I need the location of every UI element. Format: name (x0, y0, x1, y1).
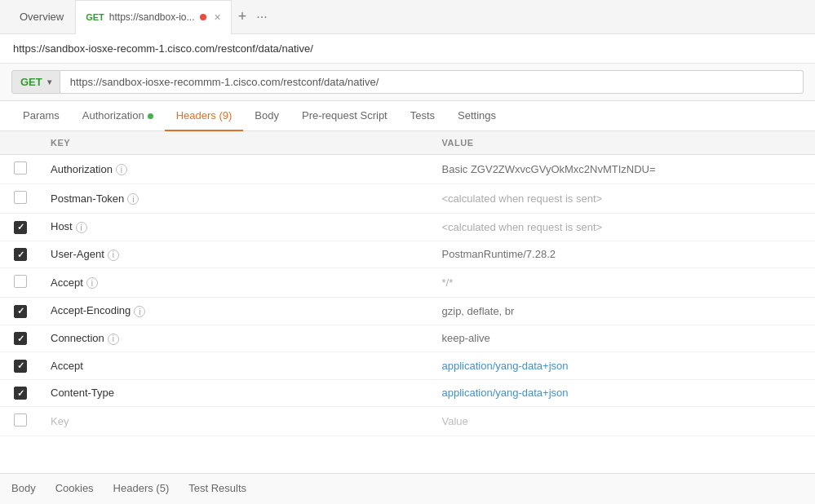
table-row: Hosti<calculated when request is sent> (0, 214, 815, 241)
row-key: Hosti (41, 214, 432, 241)
tab-overview[interactable]: Overview (8, 0, 75, 34)
row-key: Postman-Tokeni (41, 184, 432, 214)
tab-body[interactable]: Body (243, 101, 290, 131)
row-checkbox[interactable] (14, 248, 27, 261)
tab-authorization[interactable]: Authorization (71, 101, 165, 131)
request-url-display: https://sandbox-iosxe-recomm-1.cisco.com… (0, 34, 815, 64)
row-key: User-Agenti (41, 241, 432, 268)
info-icon[interactable]: i (127, 193, 139, 205)
tab-settings[interactable]: Settings (446, 101, 507, 131)
row-value: Basic ZGV2ZWxvcGVyOkMxc2NvMTIzNDU= (432, 155, 815, 184)
row-key: Accept-Encodingi (41, 298, 432, 325)
row-checkbox-cell (0, 214, 41, 241)
table-row: User-AgentiPostmanRuntime/7.28.2 (0, 241, 815, 268)
row-checkbox-cell (0, 379, 41, 407)
row-key: Content-Type (41, 379, 432, 407)
row-checkbox[interactable] (14, 221, 27, 234)
row-value: PostmanRuntime/7.28.2 (432, 241, 815, 268)
table-row: Accepti*/* (0, 268, 815, 298)
row-checkbox-cell (0, 298, 41, 325)
table-row: Accept-Encodingigzip, deflate, br (0, 298, 815, 325)
row-checkbox-cell (0, 155, 41, 184)
col-value-header: VALUE (432, 131, 815, 155)
nav-tabs: Params Authorization Headers (9) Body Pr… (0, 101, 815, 131)
row-checkbox[interactable] (14, 275, 27, 288)
row-value: <calculated when request is sent> (432, 184, 815, 214)
url-input[interactable] (60, 70, 804, 94)
table-header: KEY VALUE (0, 131, 815, 155)
table-row: AuthorizationiBasic ZGV2ZWxvcGVyOkMxc2Nv… (0, 155, 815, 184)
bottom-tab-cookies[interactable]: Cookies (46, 479, 104, 499)
row-key: Accept (41, 352, 432, 380)
info-icon[interactable]: i (108, 334, 119, 345)
row-checkbox[interactable] (14, 387, 27, 400)
row-checkbox-cell (0, 241, 41, 268)
row-value: application/yang-data+json (432, 352, 815, 380)
table-row: Content-Typeapplication/yang-data+json (0, 379, 815, 407)
placeholder-value[interactable]: Value (432, 407, 815, 436)
tab-url-text: https://sandbox-io... (109, 11, 195, 23)
row-value: gzip, deflate, br (432, 298, 815, 325)
placeholder-checkbox[interactable] (14, 413, 27, 427)
row-checkbox-cell (0, 268, 41, 298)
row-key: Connectioni (41, 325, 432, 352)
placeholder-key[interactable]: Key (41, 407, 432, 436)
tab-request[interactable]: GET https://sandbox-io... × (75, 0, 232, 34)
bottom-tab-headers[interactable]: Headers (5) (104, 479, 179, 499)
headers-table-container: KEY VALUE AuthorizationiBasic ZGV2ZWxvcG… (0, 131, 815, 436)
method-chevron-icon: ▾ (47, 77, 51, 86)
row-checkbox-cell (0, 352, 41, 380)
auth-active-dot (148, 113, 153, 119)
placeholder-checkbox-cell (0, 407, 41, 436)
headers-table: KEY VALUE AuthorizationiBasic ZGV2ZWxvcG… (0, 131, 815, 436)
row-checkbox-cell (0, 325, 41, 352)
row-key: Authorizationi (41, 155, 432, 184)
row-value: <calculated when request is sent> (432, 214, 815, 241)
tab-pre-request[interactable]: Pre-request Script (290, 101, 399, 131)
info-icon[interactable]: i (108, 250, 119, 261)
tab-close-button[interactable]: × (215, 11, 221, 24)
request-bar: GET ▾ (0, 64, 815, 101)
placeholder-row: KeyValue (0, 407, 815, 436)
bottom-bar: Body Cookies Headers (5) Test Results (0, 473, 815, 504)
more-tabs-button[interactable]: ··· (253, 10, 270, 24)
row-checkbox-cell (0, 184, 41, 214)
row-value: application/yang-data+json (432, 379, 815, 407)
table-row: Postman-Tokeni<calculated when request i… (0, 184, 815, 214)
info-icon[interactable]: i (116, 164, 127, 175)
info-icon[interactable]: i (76, 222, 87, 233)
col-key-header: KEY (41, 131, 432, 155)
table-row: Acceptapplication/yang-data+json (0, 352, 815, 380)
info-icon[interactable]: i (134, 306, 145, 317)
tab-bar: Overview GET https://sandbox-io... × + ·… (0, 0, 815, 34)
col-checkbox (0, 131, 41, 155)
tab-method-badge: GET (86, 12, 104, 22)
new-tab-button[interactable]: + (232, 8, 254, 25)
table-row: Connectionikeep-alive (0, 325, 815, 352)
tab-tests[interactable]: Tests (399, 101, 446, 131)
bottom-tab-body[interactable]: Body (11, 479, 46, 499)
tab-params[interactable]: Params (11, 101, 71, 131)
method-selector[interactable]: GET ▾ (11, 70, 60, 94)
tab-unsaved-dot (200, 14, 206, 20)
row-value: keep-alive (432, 325, 815, 352)
row-checkbox[interactable] (14, 305, 27, 318)
tab-headers[interactable]: Headers (9) (165, 101, 244, 131)
row-checkbox[interactable] (14, 191, 27, 204)
info-icon[interactable]: i (86, 277, 98, 289)
method-label: GET (20, 76, 42, 88)
bottom-tab-test-results[interactable]: Test Results (179, 479, 256, 499)
row-key: Accepti (41, 268, 432, 298)
row-value: */* (432, 268, 815, 298)
row-checkbox[interactable] (14, 161, 27, 175)
row-checkbox[interactable] (14, 332, 27, 345)
row-checkbox[interactable] (14, 360, 27, 373)
